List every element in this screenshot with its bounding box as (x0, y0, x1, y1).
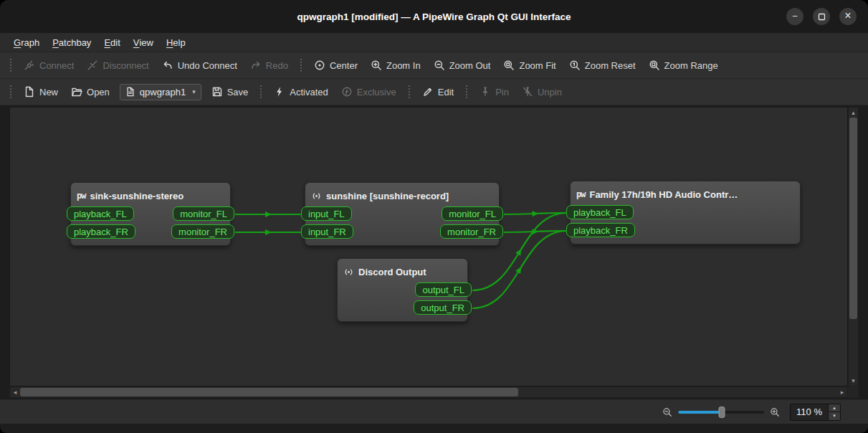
node-title: pwFamily 17h/19h HD Audio Contr… (576, 186, 794, 202)
node-title-text: Discord Output (358, 267, 426, 277)
open-icon (71, 86, 82, 97)
vertical-scrollbar[interactable]: ▴ ▾ (848, 107, 859, 386)
pin-button[interactable]: Pin (473, 82, 515, 101)
unpin-button[interactable]: Unpin (515, 82, 568, 101)
zoom-spinbox[interactable]: 110 % ▴ ▾ (790, 404, 841, 421)
toolbar-handle[interactable] (299, 57, 303, 73)
zoom-fit-label: Zoom Fit (519, 60, 555, 71)
vertical-scrollbar-track[interactable] (849, 118, 858, 376)
zoom-fit-button[interactable]: Zoom Fit (497, 56, 562, 75)
horizontal-scrollbar-track[interactable] (20, 387, 837, 397)
toolbar-handle[interactable] (259, 84, 263, 100)
menu-graph[interactable]: Graph (7, 33, 46, 52)
new-label: New (39, 87, 58, 97)
port-sunshine-input_FL[interactable]: input_FL (301, 206, 352, 221)
node-sink[interactable]: pwsink-sunshine-stereoplayback_FLmonitor… (70, 182, 231, 246)
edit-button[interactable]: Edit (416, 82, 460, 101)
connection-arrow (532, 211, 538, 217)
window-title: qpwgraph1 [modified] — A PipeWire Graph … (297, 11, 571, 22)
maximize-icon (818, 13, 826, 21)
minimize-button[interactable]: − (786, 8, 803, 25)
zoom-reset-button[interactable]: Zoom Reset (563, 56, 642, 75)
activated-label: Activated (290, 87, 328, 97)
port-sunshine-monitor_FR[interactable]: monitor_FR (440, 224, 503, 239)
connection-arrow (265, 211, 272, 217)
pin-label: Pin (495, 87, 509, 97)
node-discord[interactable]: Discord Outputoutput_FLoutput_FR (337, 258, 468, 322)
port-sink-playback_FR[interactable]: playback_FR (67, 224, 135, 239)
node-title-text: sunshine [sunshine-record] (326, 191, 449, 201)
activated-button[interactable]: Activated (267, 82, 334, 101)
node-sunshine[interactable]: sunshine [sunshine-record]input_FLmonito… (305, 182, 500, 246)
zoom-in-label: Zoom In (386, 60, 421, 71)
pin-icon (480, 86, 491, 97)
connection[interactable] (504, 231, 567, 232)
horizontal-scrollbar-thumb[interactable] (20, 388, 518, 396)
port-discord-output_FL[interactable]: output_FL (415, 282, 472, 297)
close-button[interactable]: × (839, 8, 857, 25)
redo-icon (250, 60, 262, 71)
patchbay-file-combo[interactable]: qpwgraph1▾ (120, 84, 201, 100)
connect-icon (24, 60, 35, 71)
vertical-scrollbar-thumb[interactable] (849, 118, 857, 319)
menu-view[interactable]: View (127, 33, 160, 52)
node-title: sunshine [sunshine-record] (311, 188, 493, 204)
center-button[interactable]: Center (307, 56, 364, 75)
horizontal-scrollbar[interactable]: ◂ ▸ (9, 386, 848, 398)
zoom-spin-up-button[interactable]: ▴ (829, 404, 840, 412)
edit-label: Edit (438, 87, 454, 97)
zoom-range-button[interactable]: Zoom Range (642, 56, 725, 75)
scroll-left-arrow[interactable]: ◂ (10, 387, 20, 397)
zoom-out-icon[interactable] (662, 407, 672, 417)
menu-help[interactable]: Help (160, 33, 192, 52)
connection-arrow (515, 249, 521, 256)
menu-patchbay[interactable]: Patchbay (46, 33, 97, 52)
connection-arrow (265, 229, 272, 235)
zoom-slider[interactable] (678, 406, 764, 419)
menubar: GraphPatchbayEditViewHelp (0, 33, 868, 52)
zoom-range-label: Zoom Range (664, 60, 718, 71)
toolbar-handle[interactable] (9, 57, 13, 73)
connection[interactable] (504, 213, 567, 214)
zoom-spin-buttons: ▴ ▾ (828, 404, 840, 420)
open-button[interactable]: Open (65, 82, 116, 101)
exclusive-button[interactable]: Exclusive (335, 82, 403, 101)
redo-button[interactable]: Redo (244, 56, 295, 75)
port-sink-playback_FL[interactable]: playback_FL (67, 206, 134, 221)
scroll-up-arrow[interactable]: ▴ (849, 108, 858, 118)
port-sink-monitor_FL[interactable]: monitor_FL (173, 206, 234, 221)
chevron-down-icon: ▾ (192, 88, 196, 95)
toolbar-handle[interactable] (407, 84, 411, 100)
new-button[interactable]: New (17, 82, 65, 101)
port-sunshine-monitor_FL[interactable]: monitor_FL (442, 206, 503, 221)
port-discord-output_FR[interactable]: output_FR (414, 300, 472, 315)
titlebar[interactable]: qpwgraph1 [modified] — A PipeWire Graph … (0, 0, 868, 33)
node-family[interactable]: pwFamily 17h/19h HD Audio Contr…playback… (570, 181, 801, 244)
zoom-out-button[interactable]: Zoom Out (427, 56, 497, 75)
port-family-playback_FR[interactable]: playback_FR (566, 223, 635, 237)
save-button[interactable]: Save (205, 82, 255, 101)
disconnect-button[interactable]: Disconnect (80, 56, 155, 75)
port-family-playback_FL[interactable]: playback_FL (566, 205, 634, 219)
zoom-slider-handle[interactable] (719, 406, 725, 418)
scroll-down-arrow[interactable]: ▾ (849, 376, 858, 386)
center-icon (314, 60, 325, 71)
pipewire-icon: pw (77, 191, 85, 201)
maximize-button[interactable] (813, 8, 830, 25)
toolbar-handle[interactable] (9, 84, 13, 100)
connection-arrow (532, 229, 538, 234)
menu-edit[interactable]: Edit (97, 33, 126, 52)
zoom-in-icon[interactable] (770, 407, 780, 417)
disconnect-label: Disconnect (102, 60, 148, 71)
toolbar-handle[interactable] (464, 84, 469, 100)
toolbar-graph: ConnectDisconnectUndo ConnectRedoCenterZ… (0, 52, 868, 79)
zoom-out-icon (434, 60, 445, 71)
graph-canvas[interactable]: pwsink-sunshine-stereoplayback_FLmonitor… (9, 107, 848, 386)
zoom-spin-down-button[interactable]: ▾ (829, 411, 840, 420)
connect-button[interactable]: Connect (17, 56, 80, 75)
port-sink-monitor_FR[interactable]: monitor_FR (171, 224, 234, 239)
scroll-right-arrow[interactable]: ▸ (837, 387, 847, 397)
zoom-in-button[interactable]: Zoom In (364, 56, 427, 75)
undo-connect-button[interactable]: Undo Connect (156, 56, 244, 75)
port-sunshine-input_FR[interactable]: input_FR (301, 224, 353, 239)
